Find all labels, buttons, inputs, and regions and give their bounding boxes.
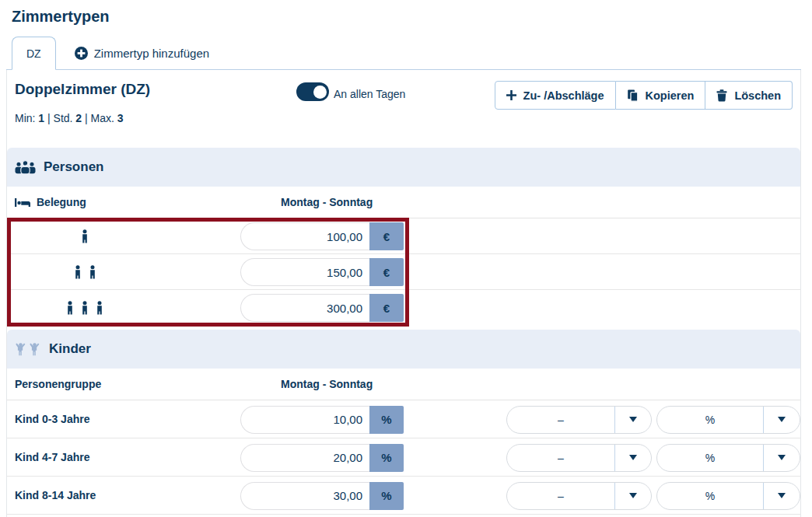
separator: |	[85, 112, 88, 124]
room-type-tabbar: DZ Zimmertyp hinzufügen	[6, 37, 801, 70]
add-room-type-label: Zimmertyp hinzufügen	[94, 47, 209, 60]
children-icon	[15, 343, 41, 356]
currency-addon: €	[369, 294, 404, 322]
person-group-column-header: Personengruppe	[15, 378, 101, 390]
chevron-down-icon[interactable]	[614, 483, 651, 509]
personen-rows: € € €	[7, 218, 800, 326]
discount-input[interactable]	[240, 444, 369, 472]
toggle-knob	[313, 86, 327, 99]
currency-addon: €	[369, 258, 404, 286]
surcharges-button-label: Zu- /Abschläge	[523, 89, 604, 102]
separator: |	[47, 112, 51, 124]
copy-button-label: Kopieren	[646, 89, 695, 102]
child-group-label: Kind 0-3 Jahre	[15, 400, 89, 438]
child-discount-row: Kind 0-3 Jahre % – %	[7, 400, 800, 438]
copy-button[interactable]: Kopieren	[616, 81, 706, 110]
personen-section-title: Personen	[44, 159, 103, 175]
person-icon	[95, 301, 104, 315]
plus-circle-icon	[75, 47, 88, 60]
person-price-row: €	[7, 254, 800, 290]
room-type-panel: Doppelzimmer (DZ) Min: 1 | Std. 2 | Max.…	[6, 70, 801, 517]
person-price-row: €	[7, 218, 800, 254]
modifier-select-value: –	[507, 483, 614, 509]
room-occupancy-summary: Min: 1 | Std. 2 | Max. 3	[15, 112, 124, 124]
price-input-group: €	[240, 222, 404, 250]
percent-addon: %	[369, 406, 404, 434]
modifier-select[interactable]: –	[506, 406, 652, 434]
child-discount-row: Kind 8-14 Jahre % – %	[7, 477, 800, 515]
modifier-unit-select[interactable]: %	[656, 406, 800, 434]
percent-addon: %	[369, 482, 404, 510]
currency-addon: €	[369, 222, 404, 250]
kinder-rows: Kind 0-3 Jahre % – % Kind 4-7 Jahre % – …	[7, 400, 800, 515]
person-icon	[73, 265, 82, 279]
modifier-unit-select-value: %	[657, 483, 763, 509]
modifier-select-value: –	[507, 407, 614, 433]
trash-icon	[716, 89, 727, 102]
users-icon	[15, 160, 36, 174]
occupancy-column-header: Belegung	[37, 196, 86, 208]
occupancy-icons	[15, 290, 155, 326]
std-value: 2	[75, 112, 82, 124]
discount-input[interactable]	[240, 482, 369, 510]
personen-table-header: Belegung Montag - Sonntag	[7, 187, 800, 218]
child-group-label: Kind 8-14 Jahre	[15, 477, 96, 514]
person-price-row: €	[7, 290, 800, 326]
occupancy-icons	[15, 254, 155, 289]
room-action-buttons: Zu- /Abschläge Kopieren Löschen	[495, 81, 793, 110]
max-value: 3	[117, 112, 124, 124]
chevron-down-icon[interactable]	[763, 445, 800, 471]
min-label: Min:	[15, 112, 35, 124]
price-input[interactable]	[240, 222, 369, 250]
surcharges-button[interactable]: Zu- /Abschläge	[495, 81, 616, 110]
bed-icon	[15, 197, 30, 208]
price-input[interactable]	[240, 258, 369, 286]
copy-icon	[627, 89, 639, 102]
delete-button[interactable]: Löschen	[705, 81, 793, 110]
modifier-unit-select-value: %	[657, 407, 763, 433]
percent-addon: %	[369, 444, 404, 472]
page-title: Zimmertypen	[12, 8, 812, 26]
add-room-type-button[interactable]: Zimmertyp hinzufügen	[75, 37, 209, 69]
all-days-toggle-wrap: An allen Tagen	[296, 82, 405, 101]
modifier-unit-select[interactable]: %	[656, 482, 800, 510]
discount-input-group: %	[240, 482, 404, 510]
modifier-select-value: –	[507, 445, 614, 471]
max-label: Max.	[91, 112, 114, 124]
room-name: Doppelzimmer (DZ)	[15, 81, 150, 98]
modifier-select[interactable]: –	[506, 482, 652, 510]
discount-input[interactable]	[240, 406, 369, 434]
days-column-header: Montag - Sonntag	[281, 378, 373, 390]
chevron-down-icon[interactable]	[763, 407, 800, 433]
price-input-group: €	[240, 258, 404, 286]
personen-section-header: Personen	[7, 148, 800, 187]
modifier-unit-select-value: %	[657, 445, 763, 471]
kinder-table-header: Personengruppe Montag - Sonntag	[7, 369, 800, 400]
all-days-toggle-label: An allen Tagen	[334, 88, 405, 100]
chevron-down-icon[interactable]	[614, 445, 651, 471]
min-value: 1	[38, 112, 44, 124]
kinder-section-header: Kinder	[7, 330, 800, 369]
all-days-toggle[interactable]	[296, 82, 329, 101]
person-icon	[80, 229, 89, 243]
price-input-group: €	[240, 294, 404, 322]
person-icon	[65, 301, 75, 315]
person-icon	[80, 301, 89, 315]
child-group-label: Kind 4-7 Jahre	[15, 438, 89, 476]
modifier-select[interactable]: –	[506, 444, 652, 472]
discount-input-group: %	[240, 406, 404, 434]
chevron-down-icon[interactable]	[614, 407, 651, 433]
kinder-section-title: Kinder	[49, 341, 91, 357]
price-input[interactable]	[240, 294, 369, 322]
tab-dz[interactable]: DZ	[12, 37, 56, 70]
occupancy-icons	[15, 218, 155, 253]
person-icon	[88, 265, 97, 279]
days-column-header: Montag - Sonntag	[281, 196, 373, 208]
std-label: Std.	[54, 112, 73, 124]
plus-icon	[506, 90, 516, 100]
delete-button-label: Löschen	[734, 89, 781, 102]
room-header: Doppelzimmer (DZ) Min: 1 | Std. 2 | Max.…	[7, 70, 800, 143]
tab-dz-label: DZ	[26, 47, 41, 60]
modifier-unit-select[interactable]: %	[656, 444, 800, 472]
chevron-down-icon[interactable]	[763, 483, 800, 509]
